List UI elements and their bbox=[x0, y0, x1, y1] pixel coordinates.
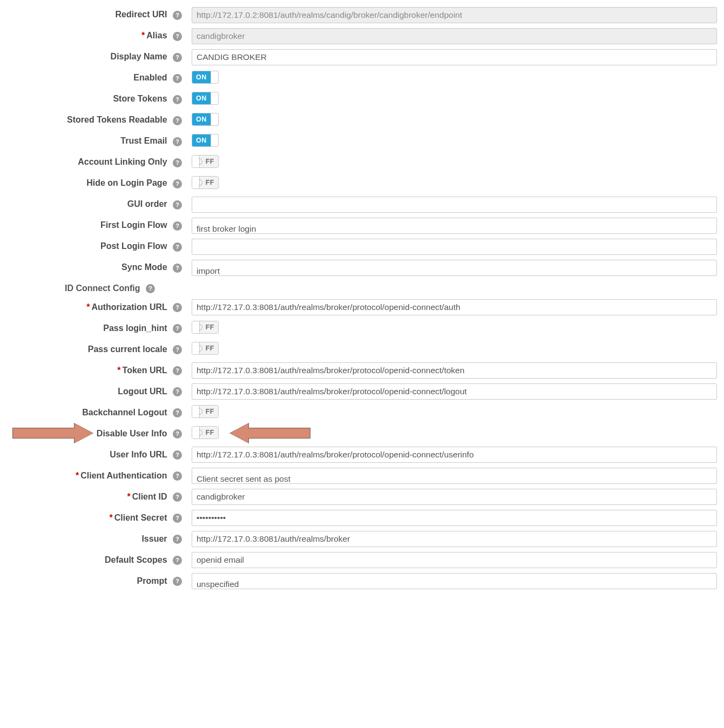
client-authentication-select[interactable]: Client secret sent as post bbox=[192, 468, 717, 484]
label-issuer: Issuer ? bbox=[0, 534, 186, 544]
label-post-login-flow: Post Login Flow ? bbox=[0, 241, 186, 251]
help-icon[interactable]: ? bbox=[173, 514, 182, 523]
hide-on-login-page-toggle[interactable]: ON FF bbox=[192, 176, 219, 189]
help-icon[interactable]: ? bbox=[173, 32, 182, 41]
pass-current-locale-toggle[interactable]: ON FF bbox=[192, 342, 219, 355]
oidc-config-section-header: ID Connect Config ? bbox=[0, 278, 724, 296]
help-icon[interactable]: ? bbox=[173, 221, 182, 231]
help-icon[interactable]: ? bbox=[173, 450, 182, 460]
help-icon[interactable]: ? bbox=[173, 200, 182, 210]
help-icon[interactable]: ? bbox=[173, 264, 182, 273]
backchannel-logout-toggle[interactable]: ON FF bbox=[192, 405, 219, 418]
enabled-toggle[interactable]: ON FF bbox=[192, 71, 219, 84]
help-icon[interactable]: ? bbox=[173, 324, 182, 333]
help-icon[interactable]: ? bbox=[173, 345, 182, 354]
post-login-flow-select[interactable] bbox=[192, 239, 717, 255]
identity-provider-form: Redirect URI ? *Alias ? Display Name ? E… bbox=[0, 0, 724, 591]
label-hide-on-login-page: Hide on Login Page ? bbox=[0, 178, 186, 188]
help-icon[interactable]: ? bbox=[173, 74, 182, 83]
help-icon[interactable]: ? bbox=[173, 366, 182, 375]
help-icon[interactable]: ? bbox=[173, 471, 182, 481]
label-client-secret: *Client Secret ? bbox=[0, 513, 186, 523]
redirect-uri-input bbox=[192, 7, 717, 23]
label-default-scopes: Default Scopes ? bbox=[0, 555, 186, 565]
required-marker: * bbox=[127, 492, 130, 501]
gui-order-input[interactable] bbox=[192, 197, 717, 213]
stored-tokens-readable-toggle[interactable]: ON FF bbox=[192, 113, 219, 126]
user-info-url-input[interactable] bbox=[192, 447, 717, 463]
authorization-url-input[interactable] bbox=[192, 299, 717, 315]
client-id-input[interactable] bbox=[192, 489, 717, 505]
label-account-linking-only: Account Linking Only ? bbox=[0, 157, 186, 167]
logout-url-input[interactable] bbox=[192, 383, 717, 400]
label-store-tokens: Store Tokens ? bbox=[0, 94, 186, 104]
disable-user-info-toggle[interactable]: ON FF bbox=[192, 426, 219, 439]
label-alias: *Alias ? bbox=[0, 31, 186, 41]
label-enabled: Enabled ? bbox=[0, 73, 186, 83]
sync-mode-select[interactable]: import bbox=[192, 260, 717, 276]
prompt-select[interactable]: unspecified bbox=[192, 573, 717, 589]
required-marker: * bbox=[110, 513, 113, 522]
default-scopes-input[interactable] bbox=[192, 552, 717, 568]
help-icon[interactable]: ? bbox=[173, 137, 182, 146]
label-prompt: Prompt ? bbox=[0, 576, 186, 586]
help-icon[interactable]: ? bbox=[173, 493, 182, 502]
help-icon[interactable]: ? bbox=[173, 95, 182, 104]
label-client-id: *Client ID ? bbox=[0, 492, 186, 502]
label-token-url: *Token URL ? bbox=[0, 366, 186, 375]
label-gui-order: GUI order ? bbox=[0, 199, 186, 209]
help-icon[interactable]: ? bbox=[173, 535, 182, 544]
account-linking-only-toggle[interactable]: ON FF bbox=[192, 155, 219, 168]
label-authorization-url: *Authorization URL ? bbox=[0, 302, 186, 312]
help-icon[interactable]: ? bbox=[173, 116, 182, 125]
help-icon[interactable]: ? bbox=[173, 11, 182, 20]
label-redirect-uri: Redirect URI ? bbox=[0, 10, 186, 19]
label-backchannel-logout: Backchannel Logout ? bbox=[0, 408, 186, 417]
required-marker: * bbox=[141, 31, 145, 40]
label-first-login-flow: First Login Flow ? bbox=[0, 220, 186, 230]
help-icon[interactable]: ? bbox=[173, 556, 182, 565]
store-tokens-toggle[interactable]: ON FF bbox=[192, 92, 219, 105]
display-name-input[interactable] bbox=[192, 49, 717, 65]
label-display-name: Display Name ? bbox=[0, 52, 186, 62]
label-client-authentication: *Client Authentication ? bbox=[0, 471, 186, 481]
annotation-arrow-left-icon bbox=[229, 423, 310, 443]
help-icon[interactable]: ? bbox=[173, 179, 182, 188]
client-secret-input[interactable] bbox=[192, 510, 717, 526]
help-icon[interactable]: ? bbox=[146, 284, 155, 293]
token-url-input[interactable] bbox=[192, 362, 717, 379]
label-sync-mode: Sync Mode ? bbox=[0, 262, 186, 272]
trust-email-toggle[interactable]: ON FF bbox=[192, 134, 219, 147]
label-pass-login-hint: Pass login_hint ? bbox=[0, 323, 186, 333]
required-marker: * bbox=[117, 366, 120, 375]
label-logout-url: Logout URL ? bbox=[0, 387, 186, 396]
help-icon[interactable]: ? bbox=[173, 242, 182, 252]
first-login-flow-select[interactable]: first broker login bbox=[192, 218, 717, 234]
label-disable-user-info: Disable User Info ? bbox=[0, 429, 186, 439]
label-pass-current-locale: Pass current locale ? bbox=[0, 345, 186, 354]
required-marker: * bbox=[76, 471, 79, 480]
label-trust-email: Trust Email ? bbox=[0, 136, 186, 146]
help-icon[interactable]: ? bbox=[173, 303, 182, 312]
help-icon[interactable]: ? bbox=[173, 158, 182, 167]
help-icon[interactable]: ? bbox=[173, 53, 182, 62]
alias-input bbox=[192, 28, 717, 44]
issuer-input[interactable] bbox=[192, 531, 717, 547]
help-icon[interactable]: ? bbox=[173, 429, 182, 439]
label-user-info-url: User Info URL ? bbox=[0, 450, 186, 460]
label-stored-tokens-readable: Stored Tokens Readable ? bbox=[0, 115, 186, 125]
help-icon[interactable]: ? bbox=[173, 408, 182, 417]
required-marker: * bbox=[86, 302, 90, 312]
pass-login-hint-toggle[interactable]: ON FF bbox=[192, 321, 219, 334]
help-icon[interactable]: ? bbox=[173, 577, 182, 586]
help-icon[interactable]: ? bbox=[173, 387, 182, 396]
